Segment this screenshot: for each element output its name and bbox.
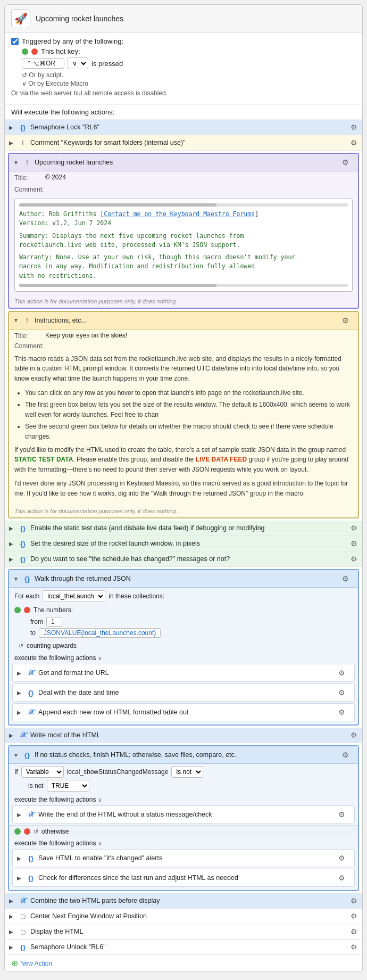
expand-arrow[interactable]: ▶: [17, 670, 23, 676]
gear-button[interactable]: ⚙: [335, 666, 348, 679]
expand-arrow[interactable]: ▶: [9, 898, 15, 904]
action-combine-html: ▶ 𝒳 Combine the two HTML parts before di…: [5, 893, 362, 909]
trigger-section: Triggered by any of the following: This …: [5, 33, 362, 105]
walk-title: Walk through the returned JSON: [35, 575, 336, 582]
expand-arrow[interactable]: ▶: [17, 812, 23, 818]
expand-arrow[interactable]: ▶: [17, 875, 23, 881]
expand-arrow[interactable]: ▶: [9, 140, 15, 146]
will-execute-label: Will execute the following actions:: [5, 105, 362, 120]
instr-body: This macro reads a JSON data set from th…: [9, 351, 358, 506]
expand-arrow[interactable]: ▶: [9, 556, 15, 562]
scrollbar-top[interactable]: [19, 203, 348, 207]
foreach-suffix: in these collections:: [109, 592, 164, 600]
hotkey-key-display[interactable]: ⌃⌥⌘OR: [22, 58, 64, 69]
window-icon: ▢: [19, 912, 27, 920]
gear-button[interactable]: ⚙: [347, 925, 360, 938]
or-script: ↺ Or by script.: [22, 71, 356, 79]
comment-label-row: Comment:: [9, 342, 358, 351]
exclaim-icon: !: [23, 158, 31, 167]
instr-title-row: Title: Keep your eyes on the skies!: [9, 330, 358, 342]
gear-button[interactable]: ⚙: [335, 686, 348, 699]
action-if-status: ▼ {} If no status checks, finish HTML; o…: [8, 745, 359, 891]
gear-button[interactable]: ⚙: [347, 121, 360, 134]
if-true-select[interactable]: TRUE: [47, 780, 89, 792]
gear-button[interactable]: ⚙: [339, 156, 352, 169]
foreach-label: For each: [14, 592, 39, 600]
gear-button[interactable]: ⚙: [339, 748, 352, 761]
curly-icon: {}: [23, 751, 31, 759]
if-label: If: [14, 768, 18, 776]
hotkey-modifier-select[interactable]: ∨: [68, 57, 88, 69]
instr-bullet-1: You can click on any row as you hover to…: [25, 388, 353, 398]
gear-button[interactable]: ⚙: [339, 572, 352, 585]
action-label: Append each new row of HTML formatted ta…: [38, 709, 332, 716]
expand-arrow[interactable]: ▶: [9, 525, 15, 531]
expand-arrow[interactable]: ▶: [17, 710, 23, 715]
gear-button[interactable]: ⚙: [347, 136, 360, 149]
curly-icon: {}: [19, 524, 27, 532]
gear-button[interactable]: ⚙: [335, 706, 348, 719]
curly-icon: {}: [19, 555, 27, 563]
gear-button[interactable]: ⚙: [335, 871, 348, 884]
gear-button[interactable]: ⚙: [347, 941, 360, 953]
from-value: 1: [46, 617, 62, 627]
hotkey-disable-red[interactable]: [31, 48, 38, 55]
expand-arrow[interactable]: ▶: [9, 125, 15, 130]
trigger-checkbox[interactable]: [11, 38, 19, 45]
numbers-disable[interactable]: [24, 607, 30, 613]
curly-icon: {}: [23, 574, 31, 583]
otherwise-enable[interactable]: [14, 828, 21, 835]
action-label: Set the desired size of the rocket launc…: [30, 540, 343, 547]
gear-button[interactable]: ⚙: [347, 910, 360, 923]
static-text: STATIC TEST DATA: [14, 456, 73, 463]
chevron-down-icon: ∨: [98, 841, 102, 846]
gear-button[interactable]: ⚙: [335, 808, 348, 821]
gear-button[interactable]: ⚙: [335, 852, 348, 864]
jsonvalue-text: JSONVALUE(local_theLaunches.count): [44, 629, 156, 637]
otherwise-disable[interactable]: [24, 828, 30, 835]
comment-author: Author: Rob Griffiths [: [19, 210, 104, 218]
action-display-html: ▶ ▢ Display the HTML ⚙: [5, 924, 362, 940]
if-variable-select[interactable]: Variable: [21, 766, 64, 778]
add-green-icon: ⊕: [11, 958, 18, 968]
instr-header: ▼ ! Instructions, etc... ⚙: [9, 312, 358, 330]
for-each-row: For each local_theLaunch in these collec…: [9, 588, 358, 605]
expand-arrow[interactable]: ▶: [9, 944, 15, 950]
gear-button[interactable]: ⚙: [347, 729, 360, 742]
gear-button[interactable]: ⚙: [339, 314, 352, 327]
expand-arrow[interactable]: ▼: [13, 160, 20, 166]
curly-icon: {}: [19, 123, 27, 131]
doc-note: This action is for documentation purpose…: [9, 296, 358, 308]
gear-button[interactable]: ⚙: [347, 537, 360, 550]
action-center-window: ▶ ▢ Center Next Engine Window at Positio…: [5, 909, 362, 924]
expand-arrow[interactable]: ▶: [9, 541, 15, 547]
expand-arrow[interactable]: ▶: [9, 913, 15, 919]
numbers-enable[interactable]: [14, 607, 21, 613]
title-value: © 2024: [45, 174, 353, 181]
foreach-var-select[interactable]: local_theLaunch: [43, 590, 105, 602]
or-web: Or via the web server but all remote acc…: [11, 88, 356, 98]
expand-arrow[interactable]: ▶: [17, 855, 23, 861]
gear-button[interactable]: ⚙: [347, 894, 360, 907]
if-isnot-select[interactable]: is not: [171, 766, 203, 778]
expand-arrow[interactable]: ▶: [9, 929, 15, 935]
comment-warranty-line3: with no restrictions.: [19, 271, 348, 281]
to-row: to JSONVALUE(local_theLaunches.count): [25, 628, 358, 638]
expand-arrow[interactable]: ▼: [13, 752, 20, 758]
action-label: Semaphore Lock "RL6": [30, 123, 343, 131]
expand-arrow[interactable]: ▼: [13, 576, 20, 582]
gear-button[interactable]: ⚙: [347, 522, 360, 534]
expand-arrow[interactable]: ▶: [17, 690, 23, 696]
gear-button[interactable]: ⚙: [347, 553, 360, 565]
action-label: Get and format the URL: [38, 669, 332, 677]
expand-arrow[interactable]: ▼: [13, 317, 20, 323]
counting-row: ↺ counting upwards: [9, 641, 358, 652]
instr-bullet-2: The first green box below lets you set t…: [25, 400, 353, 419]
expand-arrow[interactable]: ▶: [9, 732, 15, 738]
add-new-action[interactable]: ⊕ New Action: [5, 955, 362, 971]
curly-icon: {}: [19, 943, 27, 951]
hotkey-enable-green[interactable]: [22, 48, 28, 55]
scrollbar-bottom[interactable]: [19, 284, 348, 287]
action-enable-static: ▶ {} Enable the static test data (and di…: [5, 521, 362, 536]
comment-link[interactable]: Contact me on the Keyboard Maestro Forum…: [104, 210, 255, 218]
